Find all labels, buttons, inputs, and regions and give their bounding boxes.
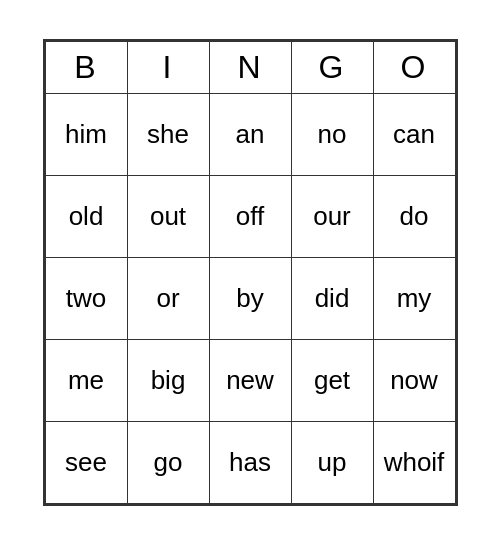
table-cell: she <box>127 93 209 175</box>
table-cell: me <box>45 339 127 421</box>
table-cell: two <box>45 257 127 339</box>
table-cell: get <box>291 339 373 421</box>
table-cell: now <box>373 339 455 421</box>
table-cell: him <box>45 93 127 175</box>
table-cell: new <box>209 339 291 421</box>
table-cell: out <box>127 175 209 257</box>
table-cell: big <box>127 339 209 421</box>
header-cell: O <box>373 41 455 93</box>
header-row: BINGO <box>45 41 455 93</box>
table-cell: an <box>209 93 291 175</box>
table-cell: did <box>291 257 373 339</box>
header-cell: G <box>291 41 373 93</box>
table-cell: off <box>209 175 291 257</box>
table-cell: see <box>45 421 127 503</box>
header-cell: N <box>209 41 291 93</box>
header-cell: B <box>45 41 127 93</box>
table-cell: can <box>373 93 455 175</box>
table-row: twoorbydidmy <box>45 257 455 339</box>
table-row: oldoutoffourdo <box>45 175 455 257</box>
table-cell: go <box>127 421 209 503</box>
table-cell: do <box>373 175 455 257</box>
table-cell: by <box>209 257 291 339</box>
table-cell: or <box>127 257 209 339</box>
bingo-table: BINGO himsheannocanoldoutoffourdotwoorby… <box>45 41 456 504</box>
header-cell: I <box>127 41 209 93</box>
table-row: mebignewgetnow <box>45 339 455 421</box>
table-cell: our <box>291 175 373 257</box>
table-cell: old <box>45 175 127 257</box>
table-cell: no <box>291 93 373 175</box>
table-cell: has <box>209 421 291 503</box>
table-row: seegohasupwhoif <box>45 421 455 503</box>
table-cell: whoif <box>373 421 455 503</box>
table-row: himsheannocan <box>45 93 455 175</box>
table-cell: up <box>291 421 373 503</box>
bingo-card: BINGO himsheannocanoldoutoffourdotwoorby… <box>43 39 458 506</box>
table-cell: my <box>373 257 455 339</box>
